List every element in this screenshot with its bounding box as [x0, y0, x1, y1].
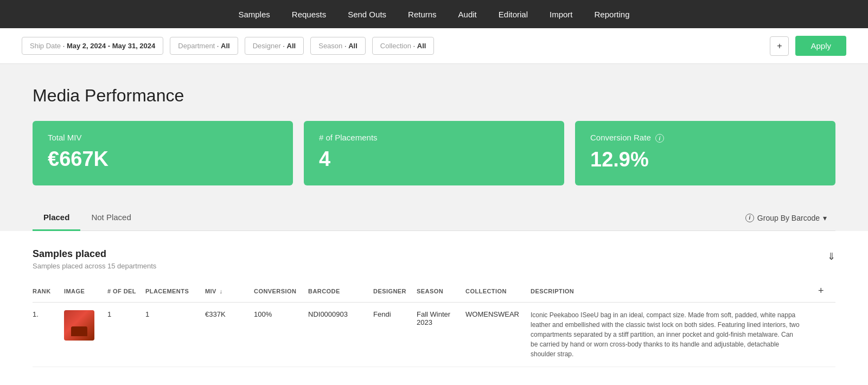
nav-item-samples[interactable]: Samples [238, 10, 270, 19]
group-by-barcode-button[interactable]: i Group By Barcode ▾ [737, 208, 835, 228]
col-header-miv[interactable]: MIV ↓ [201, 285, 250, 303]
page-title: Media Performance [33, 86, 835, 106]
col-header-designer: DESIGNER [369, 285, 412, 303]
cell-conversion: 100% [250, 303, 304, 367]
group-by-info-icon: i [745, 214, 754, 222]
col-header-collection: COLLECTION [461, 285, 526, 303]
cell-placements: 1 [141, 303, 201, 367]
cell-image [60, 303, 103, 367]
cell-action [814, 303, 835, 367]
apply-button[interactable]: Apply [795, 36, 846, 56]
add-filter-button[interactable]: + [770, 36, 789, 56]
col-header-image: IMAGE [60, 285, 103, 303]
product-image [64, 310, 94, 341]
add-column-icon[interactable]: + [818, 285, 824, 296]
col-header-action: + [814, 285, 835, 303]
nav-item-editorial[interactable]: Editorial [499, 10, 528, 19]
col-header-rank: RANK [33, 285, 60, 303]
cell-miv: €337K [201, 303, 250, 367]
metric-cards: Total MIV €667K # of Placements 4 Conver… [33, 121, 835, 185]
group-by-label: Group By Barcode [757, 214, 820, 222]
col-header-placements: PLACEMENTS [141, 285, 201, 303]
cell-description: Iconic Peekaboo ISeeU bag in an ideal, c… [526, 303, 814, 367]
metric-label-placements: # of Placements [319, 133, 549, 142]
nav-item-send-outs[interactable]: Send Outs [348, 10, 386, 19]
samples-title: Samples placed [33, 248, 156, 260]
table-header-row: RANK IMAGE # OF DEL PLACEMENTS MIV ↓ CON… [33, 285, 835, 303]
samples-section: Samples placed Samples placed across 15 … [0, 231, 868, 385]
collection-filter[interactable]: Collection · All [372, 37, 435, 55]
tab-placed[interactable]: Placed [33, 205, 80, 231]
nav-item-reporting[interactable]: Reporting [595, 10, 630, 19]
col-header-barcode: BARCODE [304, 285, 369, 303]
samples-subtitle: Samples placed across 15 departments [33, 262, 156, 270]
metric-card-conversion: Conversion Rate i 12.9% [575, 121, 835, 185]
metric-value-conversion: 12.9% [590, 148, 820, 171]
download-icon[interactable]: ⇓ [827, 251, 835, 262]
tabs-row: Placed Not Placed i Group By Barcode ▾ [33, 205, 835, 231]
col-header-conversion: CONVERSION [250, 285, 304, 303]
metric-label-total-miv: Total MIV [48, 133, 278, 142]
table-row: 1. 1 1 €337K 100% NDI0000903 Fendi Fall … [33, 303, 835, 367]
data-table: RANK IMAGE # OF DEL PLACEMENTS MIV ↓ CON… [33, 285, 835, 367]
nav-item-import[interactable]: Import [550, 10, 573, 19]
col-header-del: # OF DEL [103, 285, 141, 303]
tab-not-placed[interactable]: Not Placed [80, 205, 142, 231]
nav-item-audit[interactable]: Audit [458, 10, 477, 19]
season-filter[interactable]: Season · All [310, 37, 366, 55]
col-header-season: SEASON [412, 285, 461, 303]
cell-del: 1 [103, 303, 141, 367]
ship-date-filter[interactable]: Ship Date · May 2, 2024 - May 31, 2024 [22, 37, 163, 55]
metric-card-placements: # of Placements 4 [304, 121, 564, 185]
designer-filter[interactable]: Designer · All [245, 37, 304, 55]
conversion-info-icon[interactable]: i [655, 134, 664, 143]
metric-card-total-miv: Total MIV €667K [33, 121, 293, 185]
nav-item-requests[interactable]: Requests [292, 10, 326, 19]
metric-value-total-miv: €667K [48, 147, 278, 171]
department-filter[interactable]: Department · All [170, 37, 238, 55]
cell-designer: Fendi [369, 303, 412, 367]
cell-rank: 1. [33, 303, 60, 367]
col-header-description: DESCRIPTION [526, 285, 814, 303]
chevron-down-icon: ▾ [823, 214, 827, 222]
product-image-inner [64, 310, 94, 341]
sort-icon: ↓ [219, 288, 222, 294]
filter-bar: Ship Date · May 2, 2024 - May 31, 2024 D… [0, 28, 868, 64]
cell-season: Fall Winter 2023 [412, 303, 461, 367]
cell-collection: WOMENSWEAR [461, 303, 526, 367]
metric-label-conversion: Conversion Rate i [590, 133, 820, 143]
metric-value-placements: 4 [319, 147, 549, 171]
nav-item-returns[interactable]: Returns [408, 10, 437, 19]
nav-bar: Samples Requests Send Outs Returns Audit… [0, 0, 868, 28]
main-content: Media Performance Total MIV €667K # of P… [0, 64, 868, 385]
cell-barcode: NDI0000903 [304, 303, 369, 367]
